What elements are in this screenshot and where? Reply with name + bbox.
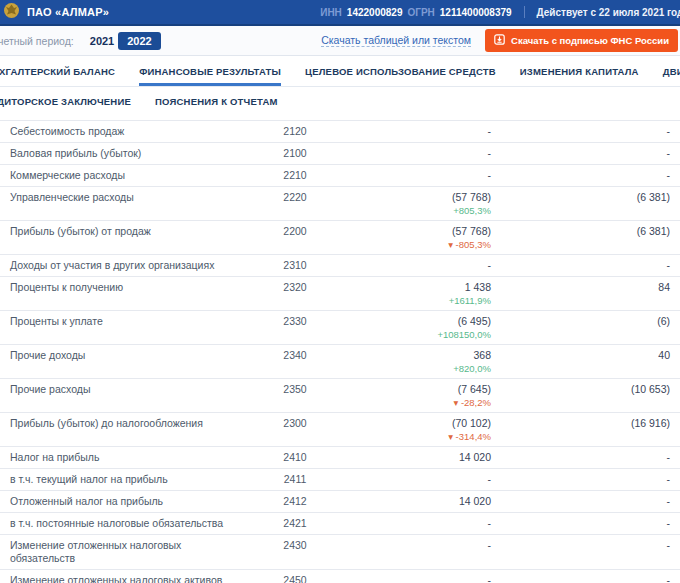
value-current: (7 645)	[458, 383, 491, 395]
tab[interactable]: ЦЕЛЕВОЕ ИСПОЛЬЗОВАНИЕ СРЕДСТВ	[305, 62, 496, 86]
row-code: 2350	[250, 383, 340, 396]
value-previous: -	[495, 147, 680, 160]
table-row: Изменение отложенных налоговых активов 2…	[0, 570, 680, 583]
row-label: Доходы от участия в других организациях	[10, 259, 214, 272]
table-row: Коммерческие расходы 2210 - -	[0, 165, 680, 187]
table-row: Прибыль (убыток) от продаж 2200 (57 768)…	[0, 221, 680, 255]
value-previous: -	[495, 125, 680, 138]
table-row: Изменение отложенных налоговых обязатель…	[0, 535, 680, 570]
value-change: +805,3%	[340, 205, 491, 216]
row-label: Изменение отложенных налоговых обязатель…	[10, 539, 225, 565]
download-actions: Скачать таблицей или текстом Скачать с п…	[321, 29, 680, 52]
tab[interactable]: ДВИЖЕНИЕ ДЕН. СРЕДСТВ	[663, 62, 680, 86]
value-current: (6 495)	[458, 315, 491, 327]
value-current: -	[488, 125, 492, 137]
row-code: 2300	[250, 417, 340, 430]
company-logo-icon	[3, 2, 20, 23]
tab-row-1: БУХГАЛТЕРСКИЙ БАЛАНСФИНАНСОВЫЕ РЕЗУЛЬТАТ…	[0, 62, 680, 87]
tab-row-2: АУДИТОРСКОЕ ЗАКЛЮЧЕНИЕПОЯСНЕНИЯ К ОТЧЕТА…	[0, 87, 680, 120]
inn-value: 1422000829	[347, 7, 403, 18]
row-label: Себестоимость продаж	[10, 125, 124, 138]
table-row: в т.ч. постоянные налоговые обязательств…	[0, 513, 680, 535]
company-registry-info: ИНН 1422000829 ОГРН 1211400008379 Действ…	[320, 0, 680, 24]
download-icon	[494, 34, 505, 47]
row-label: Прочие доходы	[10, 349, 85, 362]
value-previous: -	[495, 451, 680, 464]
company-name: ПАО «АЛМАР»	[27, 6, 109, 18]
table-row: Отложенный налог на прибыль 2412 14 020 …	[0, 491, 680, 513]
row-label: в т.ч. текущий налог на прибыль	[10, 473, 168, 486]
row-label: Коммерческие расходы	[10, 169, 125, 182]
table-row: Себестоимость продаж 2120 - -	[0, 121, 680, 143]
row-label: Прибыль (убыток) от продаж	[10, 225, 151, 238]
table-row: Проценты к получению 2320 1 438 +1611,9%…	[0, 277, 680, 311]
value-current: -	[488, 169, 492, 181]
table-row: Валовая прибыль (убыток) 2100 - -	[0, 143, 680, 165]
row-label: Проценты к уплате	[10, 315, 103, 328]
value-current: 14 020	[459, 451, 491, 463]
value-previous: (16 916)	[495, 417, 680, 430]
year-button-2022[interactable]: 2022	[118, 32, 160, 50]
row-code: 2310	[250, 259, 340, 272]
row-label: Налог на прибыль	[10, 451, 99, 464]
value-current: (57 768)	[452, 225, 491, 237]
value-previous: -	[495, 517, 680, 530]
value-previous: -	[495, 473, 680, 486]
value-current: -	[488, 473, 492, 485]
value-current: -	[488, 574, 492, 583]
row-label: Управленческие расходы	[10, 191, 134, 204]
tab[interactable]: БУХГАЛТЕРСКИЙ БАЛАНС	[0, 62, 115, 86]
tab[interactable]: АУДИТОРСКОЕ ЗАКЛЮЧЕНИЕ	[0, 92, 131, 116]
value-current: -	[488, 259, 492, 271]
row-label: Прочие расходы	[10, 383, 90, 396]
value-current: 1 438	[465, 281, 491, 293]
table-row: Прочие расходы 2350 (7 645) ▾ -28,2% (10…	[0, 379, 680, 413]
page: ПАО «АЛМАР» ИНН 1422000829 ОГРН 12114000…	[0, 0, 680, 583]
row-code: 2430	[250, 539, 340, 552]
period-switch: Отчетный период: 20212022	[0, 31, 161, 50]
tab[interactable]: ФИНАНСОВЫЕ РЕЗУЛЬТАТЫ	[139, 62, 281, 86]
table-row: Доходы от участия в других организациях …	[0, 255, 680, 277]
row-code: 2100	[250, 147, 340, 160]
value-change: ▾ -805,3%	[340, 239, 491, 250]
download-table-link[interactable]: Скачать таблицей или текстом	[321, 34, 471, 47]
row-code: 2120	[250, 125, 340, 138]
row-code: 2340	[250, 349, 340, 362]
row-code: 2421	[250, 517, 340, 530]
company-block: ПАО «АЛМАР»	[0, 2, 109, 23]
header-divider	[524, 6, 525, 18]
value-current: (57 768)	[452, 191, 491, 203]
inn-label: ИНН	[320, 7, 342, 18]
row-label: Прибыль (убыток) до налогообложения	[10, 417, 203, 430]
table-row: Налог на прибыль 2410 14 020 -	[0, 447, 680, 469]
year-button-2021[interactable]: 2021	[86, 33, 118, 49]
value-previous: -	[495, 495, 680, 508]
row-code: 2412	[250, 495, 340, 508]
row-code: 2210	[250, 169, 340, 182]
row-code: 2330	[250, 315, 340, 328]
value-change: +108150,0%	[340, 329, 491, 340]
row-code: 2411	[250, 473, 340, 486]
value-previous: -	[495, 574, 680, 583]
table-row: Управленческие расходы 2220 (57 768) +80…	[0, 187, 680, 221]
value-previous: (10 653)	[495, 383, 680, 396]
value-current: 14 020	[459, 495, 491, 507]
report-tabs: БУХГАЛТЕРСКИЙ БАЛАНСФИНАНСОВЫЕ РЕЗУЛЬТАТ…	[0, 56, 680, 120]
tab[interactable]: ПОЯСНЕНИЯ К ОТЧЕТАМ	[155, 92, 278, 116]
row-label: Проценты к получению	[10, 281, 123, 294]
row-code: 2200	[250, 225, 340, 238]
download-fns-button[interactable]: Скачать с подписью ФНС России	[485, 29, 678, 52]
row-code: 2450	[250, 574, 340, 583]
value-previous: (6 381)	[495, 191, 680, 204]
report-table: Себестоимость продаж 2120 - - Валовая пр…	[0, 120, 680, 583]
table-row: Прибыль (убыток) до налогообложения 2300…	[0, 413, 680, 447]
value-previous: -	[495, 259, 680, 272]
tab[interactable]: ИЗМЕНЕНИЯ КАПИТАЛА	[520, 62, 639, 86]
value-current: -	[488, 517, 492, 529]
company-status: Действует с 22 июля 2021 года	[537, 7, 680, 18]
value-current: -	[488, 539, 492, 551]
value-previous: 40	[495, 349, 680, 362]
row-label: в т.ч. постоянные налоговые обязательств…	[10, 517, 223, 530]
value-previous: (6 381)	[495, 225, 680, 238]
value-current: -	[488, 147, 492, 159]
